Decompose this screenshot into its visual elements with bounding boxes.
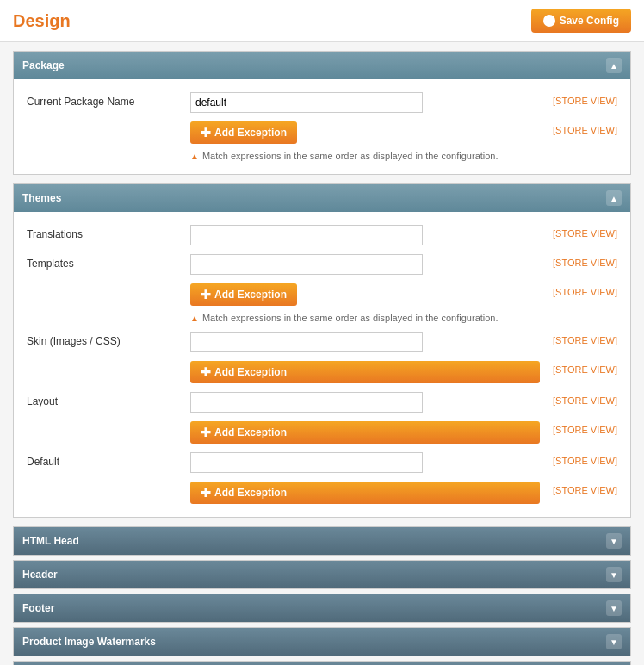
header-section: Header ▼ [13, 560, 631, 589]
templates-hint-text: Match expressions in the same order as d… [202, 313, 498, 323]
plus-icon: ✚ [201, 126, 211, 140]
package-add-exception-button[interactable]: ✚ Add Exception [190, 121, 297, 144]
themes-section-title: Themes [22, 192, 61, 204]
default-exception-store-view[interactable]: [STORE VIEW] [548, 482, 617, 495]
current-package-label: Current Package Name [27, 92, 182, 108]
package-section: Package ▲ Current Package Name [STORE VI… [13, 51, 631, 175]
plus-icon: ✚ [201, 365, 211, 379]
hint-icon: ▲ [190, 152, 199, 161]
layout-exception-row: ✚ Add Exception [STORE VIEW] [14, 417, 630, 448]
skin-add-exception-label: Add Exception [214, 366, 287, 378]
themes-section: Themes ▲ Translations [STORE VIEW] Templ… [13, 183, 631, 518]
save-config-label: Save Config [560, 15, 619, 27]
templates-input[interactable] [190, 254, 423, 275]
default-exception-row: ✚ Add Exception [STORE VIEW] [14, 477, 630, 508]
translations-row: Translations [STORE VIEW] [14, 221, 630, 250]
hint-icon: ▲ [190, 314, 199, 323]
watermarks-section: Product Image Watermarks ▼ [13, 627, 631, 656]
layout-exception-store-view[interactable]: [STORE VIEW] [548, 421, 617, 435]
package-exception-row: ✚ Add Exception ▲ Match expressions in t… [14, 117, 630, 165]
page-header: Design ✓ Save Config [0, 0, 644, 42]
package-section-header[interactable]: Package ▲ [14, 52, 630, 79]
default-row: Default [STORE VIEW] [14, 448, 630, 477]
layout-store-view[interactable]: [STORE VIEW] [548, 392, 617, 406]
watermarks-header[interactable]: Product Image Watermarks ▼ [14, 628, 630, 656]
skin-store-view[interactable]: [STORE VIEW] [548, 332, 617, 345]
default-add-exception-label: Add Exception [214, 487, 287, 499]
templates-add-exception-button[interactable]: ✚ Add Exception [190, 283, 297, 306]
package-section-title: Package [22, 59, 65, 71]
package-section-body: Current Package Name [STORE VIEW] ✚ Add … [14, 79, 630, 174]
current-package-field [190, 92, 540, 113]
save-icon: ✓ [543, 15, 555, 27]
pagination-header[interactable]: Pagination ▼ [14, 662, 630, 665]
plus-icon: ✚ [201, 288, 211, 301]
templates-add-exception-label: Add Exception [214, 289, 287, 301]
plus-icon: ✚ [201, 486, 211, 500]
plus-icon: ✚ [201, 426, 211, 439]
templates-store-view[interactable]: [STORE VIEW] [548, 254, 617, 268]
footer-title: Footer [22, 602, 54, 614]
footer-header[interactable]: Footer ▼ [14, 594, 630, 622]
footer-section: Footer ▼ [13, 594, 631, 623]
page-title: Design [13, 11, 71, 31]
themes-collapse-icon: ▲ [606, 190, 622, 206]
current-package-input[interactable] [190, 92, 423, 113]
pagination-section: Pagination ▼ [13, 661, 631, 665]
templates-exception-row: ✚ Add Exception ▲ Match expressions in t… [14, 279, 630, 327]
header-header[interactable]: Header ▼ [14, 561, 630, 588]
package-hint: ▲ Match expressions in the same order as… [190, 151, 540, 161]
html-head-header[interactable]: HTML Head ▼ [14, 527, 630, 555]
skin-exception-store-view[interactable]: [STORE VIEW] [548, 361, 617, 375]
themes-section-header[interactable]: Themes ▲ [14, 184, 630, 212]
skin-exception-row: ✚ Add Exception [STORE VIEW] [14, 357, 630, 388]
header-title: Header [22, 569, 58, 581]
skin-add-exception-button[interactable]: ✚ Add Exception [190, 361, 540, 383]
package-add-exception-label: Add Exception [214, 127, 287, 139]
templates-hint: ▲ Match expressions in the same order as… [190, 313, 540, 323]
package-hint-text: Match expressions in the same order as d… [202, 151, 498, 161]
current-package-store-view[interactable]: [STORE VIEW] [548, 92, 617, 106]
header-collapse-icon: ▼ [606, 567, 622, 582]
html-head-collapse-icon: ▼ [606, 533, 622, 549]
translations-label: Translations [27, 225, 182, 240]
current-package-row: Current Package Name [STORE VIEW] [14, 88, 630, 117]
translations-input[interactable] [190, 225, 423, 245]
templates-row: Templates [STORE VIEW] [14, 250, 630, 279]
layout-add-exception-label: Add Exception [214, 426, 287, 438]
layout-label: Layout [27, 392, 182, 407]
default-input[interactable] [190, 452, 423, 473]
watermarks-collapse-icon: ▼ [606, 634, 622, 649]
layout-row: Layout [STORE VIEW] [14, 388, 630, 417]
footer-collapse-icon: ▼ [606, 600, 622, 616]
save-config-button[interactable]: ✓ Save Config [531, 9, 631, 33]
skin-label: Skin (Images / CSS) [27, 332, 182, 347]
skin-input[interactable] [190, 332, 423, 352]
default-label: Default [27, 452, 182, 468]
main-content: Package ▲ Current Package Name [STORE VI… [0, 42, 644, 665]
package-exception-store-view[interactable]: [STORE VIEW] [548, 121, 617, 135]
default-add-exception-button[interactable]: ✚ Add Exception [190, 482, 540, 504]
layout-add-exception-button[interactable]: ✚ Add Exception [190, 421, 540, 444]
package-collapse-icon: ▲ [606, 58, 622, 73]
templates-label: Templates [27, 254, 182, 270]
translations-store-view[interactable]: [STORE VIEW] [548, 225, 617, 239]
watermarks-title: Product Image Watermarks [22, 636, 156, 648]
layout-input[interactable] [190, 392, 423, 413]
html-head-section: HTML Head ▼ [13, 526, 631, 556]
themes-section-body: Translations [STORE VIEW] Templates [STO… [14, 212, 630, 517]
html-head-title: HTML Head [22, 535, 79, 547]
skin-row: Skin (Images / CSS) [STORE VIEW] [14, 327, 630, 357]
templates-exception-store-view[interactable]: [STORE VIEW] [548, 283, 617, 297]
default-store-view[interactable]: [STORE VIEW] [548, 452, 617, 466]
